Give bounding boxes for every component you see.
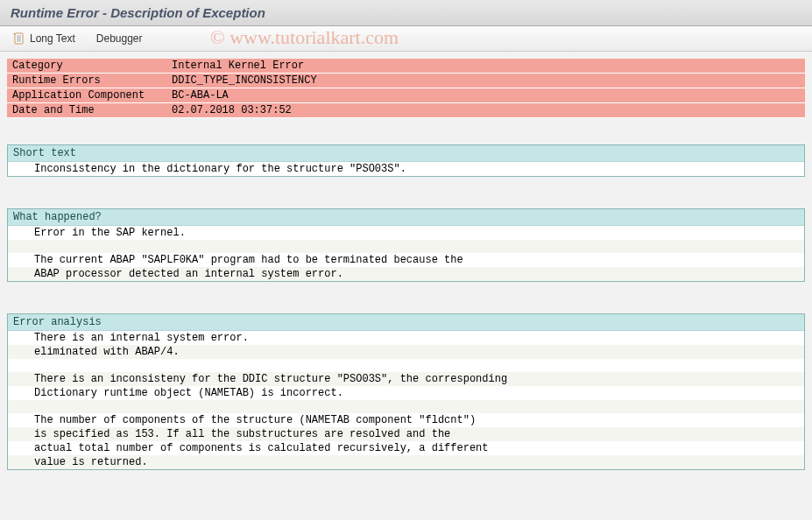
info-label: Date and Time (12, 104, 172, 116)
section-header: Short text (8, 145, 804, 162)
text-line: ABAP processor detected an internal syst… (8, 267, 804, 281)
info-value: BC-ABA-LA (172, 89, 800, 102)
svg-rect-0 (15, 33, 23, 44)
text-line: Error in the SAP kernel. (8, 226, 804, 240)
info-row-runtime-errors: Runtime Errors DDIC_TYPE_INCONSISTENCY (7, 74, 805, 88)
info-label: Application Component (12, 89, 172, 102)
info-label: Runtime Errors (12, 74, 172, 87)
error-info-block: Category Internal Kernel Error Runtime E… (7, 59, 805, 118)
debugger-button[interactable]: Debugger (93, 31, 146, 46)
title-bar: Runtime Error - Description of Exception (0, 0, 812, 26)
text-line: The number of components of the structur… (8, 413, 804, 427)
info-row-category: Category Internal Kernel Error (7, 59, 805, 74)
section-header: Error analysis (8, 314, 804, 331)
info-value: Internal Kernel Error (172, 60, 800, 72)
text-line (8, 240, 804, 253)
short-text-section: Short text Inconsistency in the dictiona… (7, 144, 805, 177)
text-line: Inconsistency in the dictionary for the … (8, 162, 804, 176)
text-line: There is an inconsisteny for the DDIC st… (8, 372, 804, 386)
info-row-app-component: Application Component BC-ABA-LA (7, 88, 805, 103)
info-value: DDIC_TYPE_INCONSISTENCY (172, 74, 800, 87)
text-line: actual total number of components is cal… (8, 441, 804, 455)
page-title: Runtime Error - Description of Exception (11, 5, 801, 20)
error-analysis-section: Error analysis There is an internal syst… (7, 313, 805, 470)
text-line: There is an internal system error. (8, 331, 804, 345)
info-value: 02.07.2018 03:37:52 (172, 104, 800, 116)
text-line: value is returned. (8, 455, 804, 469)
long-text-button[interactable]: Long Text (9, 30, 79, 47)
text-line: eliminated with ABAP/4. (8, 345, 804, 359)
info-label: Category (12, 60, 172, 72)
text-line (8, 400, 804, 413)
text-line: is specified as 153. If all the substruc… (8, 427, 804, 441)
info-row-date-time: Date and Time 02.07.2018 03:37:52 (7, 103, 805, 118)
scroll-icon (12, 32, 26, 46)
what-happened-section: What happened? Error in the SAP kernel. … (7, 208, 805, 282)
section-body: There is an internal system error. elimi… (8, 331, 804, 469)
debugger-label: Debugger (96, 32, 143, 45)
content-area: Category Internal Kernel Error Runtime E… (0, 52, 812, 470)
text-line: The current ABAP "SAPLF0KA" program had … (8, 253, 804, 267)
section-body: Error in the SAP kernel. The current ABA… (8, 226, 804, 281)
long-text-label: Long Text (30, 32, 75, 45)
section-body: Inconsistency in the dictionary for the … (8, 162, 804, 176)
section-header: What happened? (8, 209, 804, 226)
toolbar: Long Text Debugger (0, 26, 812, 52)
text-line: Dictionary runtime object (NAMETAB) is i… (8, 386, 804, 400)
text-line (8, 359, 804, 372)
